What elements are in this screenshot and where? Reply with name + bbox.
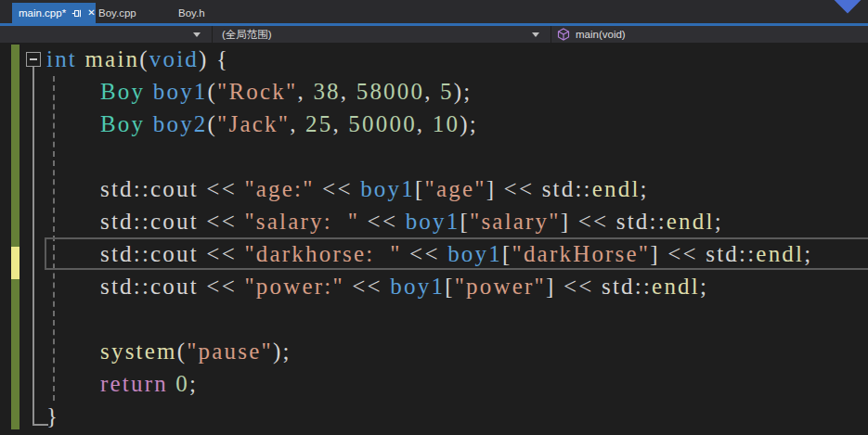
code-editor[interactable]: int main(void) {Boy boy1("Rock", 38, 580…	[0, 43, 868, 435]
code-line[interactable]: std::cout << "salary: " << boy1["salary"…	[0, 205, 868, 237]
code-line[interactable]	[0, 140, 868, 173]
close-icon[interactable]: ✕	[87, 8, 95, 18]
project-dropdown[interactable]	[0, 26, 211, 43]
tab-boy-cpp[interactable]: Boy.cpp	[98, 3, 163, 23]
vs-editor-window: main.cpp* ✕ Boy.cpp Boy.h (全局范围)	[0, 0, 868, 435]
code-line[interactable]: std::cout << "power:" << boy1["power"] <…	[0, 270, 868, 302]
code-line[interactable]: std::cout << "age:" << boy1["age"] << st…	[0, 173, 868, 205]
navigation-bar: (全局范围) main(void)	[0, 26, 868, 43]
code-line[interactable]: return 0;	[0, 367, 868, 400]
scope-dropdown[interactable]: (全局范围)	[212, 26, 550, 43]
scope-dropdown-value: (全局范围)	[213, 28, 272, 42]
member-dropdown[interactable]: main(void)	[551, 26, 868, 43]
code-line[interactable]: }	[0, 400, 868, 432]
pin-icon[interactable]	[71, 8, 82, 19]
chevron-down-icon	[193, 32, 201, 41]
tab-boy-cpp-label: Boy.cpp	[98, 7, 136, 19]
code-line[interactable]: Boy boy2("Jack", 25, 50000, 10);	[0, 108, 868, 140]
tab-boy-h[interactable]: Boy.h	[178, 3, 225, 23]
method-cube-icon	[557, 28, 570, 41]
tab-boy-h-label: Boy.h	[178, 7, 205, 19]
code-line[interactable]: std::cout << "darkhorse: " << boy1["dark…	[0, 237, 868, 270]
diamond-logo-icon	[829, 0, 866, 14]
member-dropdown-value: main(void)	[570, 29, 626, 40]
tab-strip: main.cpp* ✕ Boy.cpp Boy.h	[0, 0, 868, 23]
code-line[interactable]: system("pause");	[0, 335, 868, 367]
tab-main-cpp-label: main.cpp*	[19, 7, 66, 19]
chevron-down-icon	[532, 32, 539, 41]
code-line[interactable]	[0, 302, 868, 335]
code-line[interactable]: int main(void) {	[0, 43, 868, 75]
code-text: int main(void) {Boy boy1("Rock", 38, 580…	[0, 43, 868, 432]
code-line[interactable]: Boy boy1("Rock", 38, 58000, 5);	[0, 75, 868, 108]
tab-main-cpp[interactable]: main.cpp* ✕	[12, 3, 96, 23]
